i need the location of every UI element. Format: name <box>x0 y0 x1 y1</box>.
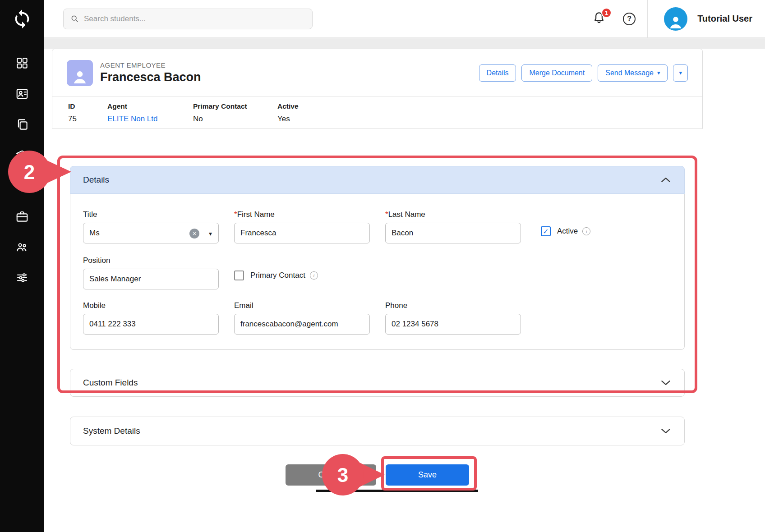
system-details-accordion[interactable]: System Details <box>70 417 685 445</box>
phone-field: Phone <box>385 301 521 335</box>
position-label: Position <box>83 256 219 265</box>
info-icon[interactable]: i <box>582 227 590 235</box>
custom-fields-title: Custom Fields <box>83 378 138 388</box>
primary-contact-checkbox[interactable] <box>234 271 244 280</box>
merge-document-button[interactable]: Merge Document <box>521 64 592 82</box>
save-button[interactable]: Save <box>386 464 469 486</box>
record-type-label: AGENT EMPLOYEE <box>100 61 201 69</box>
people-icon <box>15 240 29 254</box>
details-form: Title Ms ✕ ▾ *First Name *Last Name ✓ Ac… <box>70 194 685 350</box>
sidebar-item-settings[interactable] <box>0 262 44 293</box>
sidebar-item-dashboard[interactable] <box>0 48 44 78</box>
phone-label: Phone <box>385 301 521 310</box>
question-icon: ? <box>627 15 631 23</box>
details-section: Details Title Ms ✕ ▾ *First Name *Last N… <box>70 166 685 350</box>
record-meta: ID 75 Agent ELITE Non Ltd Primary Contac… <box>52 97 702 128</box>
details-section-title: Details <box>83 175 109 185</box>
sidebar-item-people[interactable] <box>0 232 44 262</box>
caret-down-icon: ▾ <box>679 70 682 76</box>
mobile-input[interactable] <box>83 314 219 335</box>
notification-badge: 1 <box>601 8 612 18</box>
notifications-button[interactable]: 1 <box>592 11 608 27</box>
record-titles: AGENT EMPLOYEE Francesca Bacon <box>100 61 201 84</box>
topbar-actions: 1 ? Tutorial User <box>592 0 752 38</box>
system-details-title: System Details <box>83 426 140 436</box>
active-checkbox[interactable]: ✓ <box>541 226 551 236</box>
record-avatar <box>67 60 93 86</box>
required-asterisk: * <box>385 210 388 219</box>
person-icon <box>70 67 89 86</box>
details-button[interactable]: Details <box>479 64 516 82</box>
meta-label: ID <box>68 102 77 110</box>
search-input[interactable] <box>84 14 306 23</box>
user-name[interactable]: Tutorial User <box>697 14 752 24</box>
chevron-down-icon <box>661 428 671 434</box>
agent-link[interactable]: ELITE Non Ltd <box>107 115 158 124</box>
dashboard-icon <box>15 56 29 70</box>
check-icon: ✓ <box>543 227 548 236</box>
email-field: Email <box>234 301 370 335</box>
search-icon <box>70 14 79 23</box>
sidebar-item-services[interactable] <box>0 201 44 232</box>
first-name-input[interactable] <box>234 223 370 243</box>
sidebar-item-contacts[interactable] <box>0 78 44 109</box>
record-actions: Details Merge Document Send Message▾ ▾ <box>479 64 688 82</box>
header-gap <box>44 38 765 49</box>
record-header-top: AGENT EMPLOYEE Francesca Bacon Details M… <box>52 49 702 96</box>
sliders-icon <box>15 271 29 284</box>
custom-fields-accordion[interactable]: Custom Fields <box>70 369 685 397</box>
cancel-button[interactable]: Cancel <box>286 464 376 486</box>
last-name-label: *Last Name <box>385 210 521 219</box>
caret-down-icon[interactable]: ▾ <box>209 230 212 237</box>
meta-value: Yes <box>277 115 299 124</box>
screen: 1 ? Tutorial User AGENT EMPLOYEE Frances… <box>0 0 765 532</box>
topbar-divider <box>647 0 648 38</box>
title-label: Title <box>83 210 219 219</box>
sidebar-item-products[interactable] <box>0 170 44 201</box>
title-field: Title Ms ✕ ▾ <box>83 210 219 243</box>
more-actions-button[interactable]: ▾ <box>673 64 688 82</box>
help-button[interactable]: ? <box>623 13 636 25</box>
send-message-button[interactable]: Send Message▾ <box>598 64 668 82</box>
details-accordion-header[interactable]: Details <box>70 166 685 194</box>
first-name-label: *First Name <box>234 210 370 219</box>
caret-down-icon: ▾ <box>657 70 660 76</box>
primary-contact-label: Primary Contact <box>250 271 305 280</box>
person-icon <box>667 13 685 31</box>
mobile-field: Mobile <box>83 301 219 335</box>
position-field: Position <box>83 256 219 289</box>
sidebar-item-education[interactable] <box>0 140 44 170</box>
documents-icon <box>15 118 29 131</box>
meta-active: Active Yes <box>277 102 299 124</box>
last-name-field: *Last Name <box>385 210 521 243</box>
meta-id: ID 75 <box>68 102 77 124</box>
meta-value: No <box>193 115 247 124</box>
title-select[interactable]: Ms ✕ ▾ <box>83 223 219 243</box>
search-box[interactable] <box>63 9 313 29</box>
graduation-cap-icon <box>15 148 29 162</box>
email-input[interactable] <box>234 314 370 335</box>
app-logo[interactable] <box>0 0 44 38</box>
mobile-label: Mobile <box>83 301 219 310</box>
box-icon <box>15 179 29 193</box>
phone-input[interactable] <box>385 314 521 335</box>
user-avatar[interactable] <box>664 7 687 31</box>
logo-icon <box>12 9 32 29</box>
active-checkbox-row: ✓ Active i <box>541 226 590 236</box>
last-name-input[interactable] <box>385 223 521 243</box>
sidebar <box>0 0 44 532</box>
meta-value: 75 <box>68 115 77 124</box>
sidebar-nav <box>0 38 44 293</box>
meta-label: Active <box>277 102 299 110</box>
info-icon[interactable]: i <box>310 271 318 280</box>
briefcase-icon <box>15 210 29 223</box>
clear-icon[interactable]: ✕ <box>189 229 199 238</box>
meta-primary-contact: Primary Contact No <box>193 102 247 124</box>
email-label: Email <box>234 301 370 310</box>
chevron-up-icon <box>661 177 671 183</box>
record-name: Francesca Bacon <box>100 70 201 84</box>
sidebar-item-documents[interactable] <box>0 109 44 140</box>
required-asterisk: * <box>234 210 237 219</box>
position-input[interactable] <box>83 269 219 289</box>
first-name-field: *First Name <box>234 210 370 243</box>
